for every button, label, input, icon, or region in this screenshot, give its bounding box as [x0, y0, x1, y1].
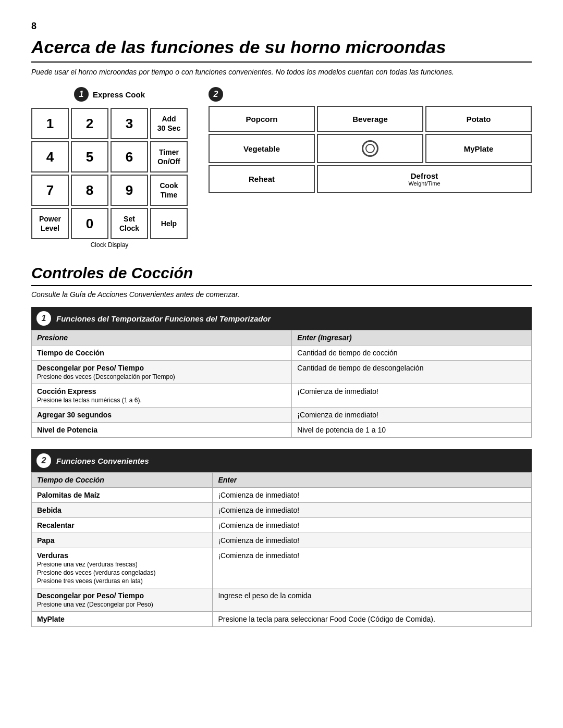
table2-row7-label: MyPlate — [32, 612, 213, 627]
table1-row3-value: ¡Comienza de inmediato! — [292, 384, 532, 408]
keypad-grid: 1 2 3 Add30 Sec 4 5 6 TimerOn/Off 7 8 9 … — [31, 108, 188, 239]
table-row: Nivel de Potencia Nivel de potencia de 1… — [32, 423, 532, 438]
table2-row7-value: Presione la tecla para seleccionar Food … — [213, 612, 532, 627]
table-row: MyPlate Presione la tecla para seleccion… — [32, 612, 532, 627]
table-row: Palomitas de Maíz ¡Comienza de inmediato… — [32, 488, 532, 503]
key-timer[interactable]: TimerOn/Off — [150, 141, 188, 172]
table2-badge: 2 — [36, 453, 51, 468]
key-8[interactable]: 8 — [71, 175, 108, 206]
table-row: Recalentar ¡Comienza de inmediato! — [32, 518, 532, 533]
badge2-row: 2 — [209, 87, 532, 102]
clock-display-label: Clock Display — [91, 241, 129, 249]
table1-row2-value: Cantidad de tiempo de descongelación — [292, 361, 532, 384]
table2-header: 2 Funciones Convenientes — [31, 449, 532, 472]
table2-row6-value: Ingrese el peso de la comida — [213, 588, 532, 612]
badge1-row: 1 Express Cook — [74, 87, 145, 102]
table2-row5-label: Verduras Presione una vez (verduras fres… — [32, 548, 213, 588]
table2: Tiempo de Cocción Enter Palomitas de Maí… — [31, 472, 532, 627]
table2-row4-value: ¡Comienza de inmediato! — [213, 533, 532, 548]
section-title: Controles de Cocción — [31, 264, 532, 286]
table1-badge: 1 — [36, 311, 51, 326]
key-4[interactable]: 4 — [31, 141, 69, 172]
btn-myplate[interactable]: MyPlate — [425, 134, 532, 163]
page-number: 8 — [31, 21, 532, 32]
table2-header-text: Funciones Convenientes — [56, 456, 149, 465]
key-6[interactable]: 6 — [111, 141, 148, 172]
table1-section: 1 Funciones del Temporizador Funciones d… — [31, 307, 532, 438]
btn-beverage[interactable]: Beverage — [317, 106, 423, 132]
table-row: Papa ¡Comienza de inmediato! — [32, 533, 532, 548]
myplate-circle-icon — [362, 140, 378, 157]
table2-row3-label: Recalentar — [32, 518, 213, 533]
table1-row1-value: Cantidad de tiempo de cocción — [292, 346, 532, 361]
btn-vegetable[interactable]: Vegetable — [209, 134, 315, 163]
table-row: Verduras Presione una vez (verduras fres… — [32, 548, 532, 588]
btn-myplate-icon[interactable] — [317, 134, 423, 163]
table1-row5-value: Nivel de potencia de 1 a 10 — [292, 423, 532, 438]
table-row: Descongelar por Peso/ Tiempo Presione un… — [32, 588, 532, 612]
key-2[interactable]: 2 — [71, 108, 108, 139]
key-1[interactable]: 1 — [31, 108, 69, 139]
key-add30[interactable]: Add30 Sec — [150, 108, 188, 139]
badge-2: 2 — [209, 87, 223, 102]
table2-row2-value: ¡Comienza de inmediato! — [213, 503, 532, 518]
table-row: Agregar 30 segundos ¡Comienza de inmedia… — [32, 408, 532, 423]
left-panel: 1 Express Cook 1 2 3 Add30 Sec 4 5 6 Tim… — [31, 87, 188, 249]
defrost-label: Defrost — [411, 171, 438, 180]
table1: Presione Enter (Ingresar) Tiempo de Cocc… — [31, 330, 532, 438]
table2-row6-label: Descongelar por Peso/ Tiempo Presione un… — [32, 588, 213, 612]
btn-defrost[interactable]: Defrost Weight/Time — [317, 165, 532, 193]
key-cooktime[interactable]: CookTime — [150, 175, 188, 206]
key-5[interactable]: 5 — [71, 141, 108, 172]
table2-row3-value: ¡Comienza de inmediato! — [213, 518, 532, 533]
key-3[interactable]: 3 — [111, 108, 148, 139]
btn-popcorn[interactable]: Popcorn — [209, 106, 315, 132]
section-subtitle: Consulte la Guía de Acciones Conveniente… — [31, 290, 532, 299]
keypad-section: 1 Express Cook 1 2 3 Add30 Sec 4 5 6 Tim… — [31, 87, 532, 249]
table-row: Descongelar por Peso/ Tiempo Presione do… — [32, 361, 532, 384]
badge-1: 1 — [74, 87, 89, 102]
key-help[interactable]: Help — [150, 208, 188, 239]
table2-section: 2 Funciones Convenientes Tiempo de Cocci… — [31, 449, 532, 627]
table2-row1-label: Palomitas de Maíz — [32, 488, 213, 503]
main-title: Acerca de las funciones de su horno micr… — [31, 37, 532, 63]
key-setclock[interactable]: SetClock — [111, 208, 148, 239]
table1-header: 1 Funciones del Temporizador Funciones d… — [31, 307, 532, 330]
express-cook-label: Express Cook — [93, 90, 145, 99]
right-panel: 2 Popcorn Beverage Potato Vegetable MyPl… — [209, 87, 532, 193]
defrost-sub-label: Weight/Time — [408, 180, 440, 187]
table1-row4-label: Agregar 30 segundos — [32, 408, 292, 423]
key-0[interactable]: 0 — [71, 208, 108, 239]
table2-col2-header: Enter — [213, 473, 532, 488]
table1-row2-label: Descongelar por Peso/ Tiempo Presione do… — [32, 361, 292, 384]
table-row: Tiempo de Cocción Cantidad de tiempo de … — [32, 346, 532, 361]
subtitle-text: Puede usar el horno microondas por tiemp… — [31, 67, 532, 78]
table2-col1-header: Tiempo de Cocción — [32, 473, 213, 488]
table1-col2-header: Enter (Ingresar) — [292, 330, 532, 346]
key-powerlevel[interactable]: PowerLevel — [31, 208, 69, 239]
table2-row4-label: Papa — [32, 533, 213, 548]
table1-row3-label: Cocción Express Presione las teclas numé… — [32, 384, 292, 408]
btn-reheat[interactable]: Reheat — [209, 165, 315, 193]
btn-potato[interactable]: Potato — [425, 106, 532, 132]
key-7[interactable]: 7 — [31, 175, 69, 206]
table1-col1-header: Presione — [32, 330, 292, 346]
table1-row1-label: Tiempo de Cocción — [32, 346, 292, 361]
table-row: Bebida ¡Comienza de inmediato! — [32, 503, 532, 518]
table2-row2-label: Bebida — [32, 503, 213, 518]
table2-row1-value: ¡Comienza de inmediato! — [213, 488, 532, 503]
table1-header-text: Funciones del Temporizador Funciones del… — [56, 314, 271, 323]
key-9[interactable]: 9 — [111, 175, 148, 206]
table1-row4-value: ¡Comienza de inmediato! — [292, 408, 532, 423]
table-row: Cocción Express Presione las teclas numé… — [32, 384, 532, 408]
table1-row5-label: Nivel de Potencia — [32, 423, 292, 438]
table2-row5-value: ¡Comienza de inmediato! — [213, 548, 532, 588]
